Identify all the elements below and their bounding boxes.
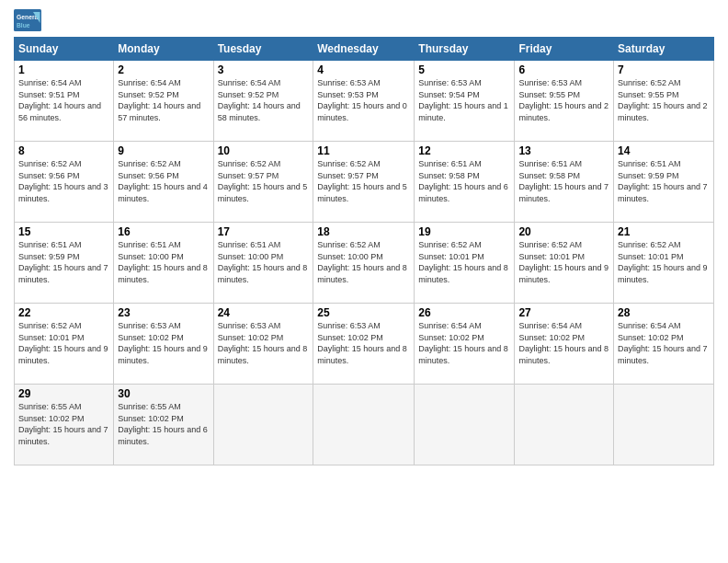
day-number: 9 — [118, 144, 209, 157]
day-info: Sunrise: 6:52 AMSunset: 9:56 PMDaylight:… — [118, 158, 209, 204]
day-number: 14 — [618, 144, 710, 157]
day-info: Sunrise: 6:52 AMSunset: 10:01 PMDaylight… — [518, 239, 609, 285]
day-info: Sunrise: 6:51 AMSunset: 9:58 PMDaylight:… — [518, 158, 609, 204]
calendar-day-7: 7 Sunrise: 6:52 AMSunset: 9:55 PMDayligh… — [614, 61, 714, 142]
empty-cell — [515, 385, 614, 465]
calendar-day-12: 12 Sunrise: 6:51 AMSunset: 9:58 PMDaylig… — [415, 142, 515, 223]
day-number: 22 — [18, 306, 109, 319]
calendar-day-13: 13 Sunrise: 6:51 AMSunset: 9:58 PMDaylig… — [515, 142, 614, 223]
calendar-day-16: 16 Sunrise: 6:51 AMSunset: 10:00 PMDayli… — [114, 223, 213, 304]
weekday-header-wednesday: Wednesday — [313, 38, 415, 61]
empty-cell — [213, 385, 313, 465]
calendar-day-22: 22 Sunrise: 6:52 AMSunset: 10:01 PMDayli… — [15, 304, 114, 385]
calendar-day-11: 11 Sunrise: 6:52 AMSunset: 9:57 PMDaylig… — [313, 142, 415, 223]
day-number: 13 — [518, 144, 609, 157]
day-info: Sunrise: 6:54 AMSunset: 10:02 PMDaylight… — [518, 320, 609, 366]
calendar-day-4: 4 Sunrise: 6:53 AMSunset: 9:53 PMDayligh… — [313, 61, 415, 142]
calendar-day-28: 28 Sunrise: 6:54 AMSunset: 10:02 PMDayli… — [614, 304, 714, 385]
day-info: Sunrise: 6:51 AMSunset: 10:00 PMDaylight… — [118, 239, 209, 285]
weekday-header-monday: Monday — [114, 38, 213, 61]
weekday-header-sunday: Sunday — [15, 38, 114, 61]
weekday-header-tuesday: Tuesday — [213, 38, 313, 61]
calendar-body: 1 Sunrise: 6:54 AMSunset: 9:51 PMDayligh… — [15, 61, 714, 465]
day-info: Sunrise: 6:51 AMSunset: 9:58 PMDaylight:… — [418, 158, 510, 204]
calendar-day-5: 5 Sunrise: 6:53 AMSunset: 9:54 PMDayligh… — [415, 61, 515, 142]
calendar-day-8: 8 Sunrise: 6:52 AMSunset: 9:56 PMDayligh… — [15, 142, 114, 223]
calendar-day-20: 20 Sunrise: 6:52 AMSunset: 10:01 PMDayli… — [515, 223, 614, 304]
day-number: 26 — [418, 306, 510, 319]
day-info: Sunrise: 6:53 AMSunset: 10:02 PMDaylight… — [218, 320, 310, 366]
day-number: 18 — [317, 225, 410, 238]
day-number: 2 — [118, 63, 209, 76]
day-number: 1 — [18, 63, 109, 76]
day-number: 27 — [518, 306, 609, 319]
calendar-day-15: 15 Sunrise: 6:51 AMSunset: 9:59 PMDaylig… — [15, 223, 114, 304]
day-info: Sunrise: 6:54 AMSunset: 9:52 PMDaylight:… — [118, 77, 209, 123]
day-info: Sunrise: 6:53 AMSunset: 9:55 PMDaylight:… — [518, 77, 609, 123]
logo-icon: General Blue — [14, 9, 41, 31]
empty-cell — [313, 385, 415, 465]
calendar-page: General Blue SundayMondayTuesdayWednesda… — [0, 0, 728, 563]
svg-text:Blue: Blue — [17, 22, 30, 29]
day-number: 19 — [418, 225, 510, 238]
day-number: 7 — [618, 63, 710, 76]
calendar-day-24: 24 Sunrise: 6:53 AMSunset: 10:02 PMDayli… — [213, 304, 313, 385]
day-info: Sunrise: 6:53 AMSunset: 10:02 PMDaylight… — [317, 320, 410, 366]
day-info: Sunrise: 6:54 AMSunset: 10:02 PMDaylight… — [618, 320, 710, 366]
calendar-day-19: 19 Sunrise: 6:52 AMSunset: 10:01 PMDayli… — [415, 223, 515, 304]
calendar-day-25: 25 Sunrise: 6:53 AMSunset: 10:02 PMDayli… — [313, 304, 415, 385]
day-number: 3 — [218, 63, 310, 76]
day-info: Sunrise: 6:52 AMSunset: 10:00 PMDaylight… — [317, 239, 410, 285]
day-info: Sunrise: 6:52 AMSunset: 9:57 PMDaylight:… — [317, 158, 410, 204]
day-number: 30 — [118, 387, 209, 400]
day-number: 21 — [618, 225, 710, 238]
day-number: 23 — [118, 306, 209, 319]
day-info: Sunrise: 6:53 AMSunset: 10:02 PMDaylight… — [118, 320, 209, 366]
day-number: 24 — [218, 306, 310, 319]
calendar-day-17: 17 Sunrise: 6:51 AMSunset: 10:00 PMDayli… — [213, 223, 313, 304]
calendar-day-26: 26 Sunrise: 6:54 AMSunset: 10:02 PMDayli… — [415, 304, 515, 385]
calendar-day-2: 2 Sunrise: 6:54 AMSunset: 9:52 PMDayligh… — [114, 61, 213, 142]
day-number: 29 — [18, 387, 109, 400]
calendar-day-23: 23 Sunrise: 6:53 AMSunset: 10:02 PMDayli… — [114, 304, 213, 385]
weekday-header-friday: Friday — [515, 38, 614, 61]
weekday-header-saturday: Saturday — [614, 38, 714, 61]
day-info: Sunrise: 6:53 AMSunset: 9:54 PMDaylight:… — [418, 77, 510, 123]
page-header: General Blue — [14, 9, 714, 31]
day-number: 5 — [418, 63, 510, 76]
day-info: Sunrise: 6:51 AMSunset: 9:59 PMDaylight:… — [618, 158, 710, 204]
day-number: 28 — [618, 306, 710, 319]
calendar-week-5: 29 Sunrise: 6:55 AMSunset: 10:02 PMDayli… — [15, 385, 714, 465]
calendar-day-27: 27 Sunrise: 6:54 AMSunset: 10:02 PMDayli… — [515, 304, 614, 385]
weekday-header-thursday: Thursday — [415, 38, 515, 61]
day-number: 6 — [518, 63, 609, 76]
day-info: Sunrise: 6:55 AMSunset: 10:02 PMDaylight… — [18, 401, 109, 447]
calendar-week-4: 22 Sunrise: 6:52 AMSunset: 10:01 PMDayli… — [15, 304, 714, 385]
calendar-day-10: 10 Sunrise: 6:52 AMSunset: 9:57 PMDaylig… — [213, 142, 313, 223]
day-info: Sunrise: 6:51 AMSunset: 10:00 PMDaylight… — [218, 239, 310, 285]
calendar-day-29: 29 Sunrise: 6:55 AMSunset: 10:02 PMDayli… — [15, 385, 114, 465]
day-number: 16 — [118, 225, 209, 238]
day-number: 12 — [418, 144, 510, 157]
day-info: Sunrise: 6:52 AMSunset: 9:57 PMDaylight:… — [218, 158, 310, 204]
weekday-header-row: SundayMondayTuesdayWednesdayThursdayFrid… — [15, 38, 714, 61]
calendar-week-1: 1 Sunrise: 6:54 AMSunset: 9:51 PMDayligh… — [15, 61, 714, 142]
day-info: Sunrise: 6:52 AMSunset: 10:01 PMDaylight… — [618, 239, 710, 285]
day-info: Sunrise: 6:52 AMSunset: 10:01 PMDaylight… — [18, 320, 109, 366]
day-info: Sunrise: 6:53 AMSunset: 9:53 PMDaylight:… — [317, 77, 410, 123]
day-number: 8 — [18, 144, 109, 157]
day-info: Sunrise: 6:54 AMSunset: 10:02 PMDaylight… — [418, 320, 510, 366]
day-info: Sunrise: 6:52 AMSunset: 9:56 PMDaylight:… — [18, 158, 109, 204]
empty-cell — [415, 385, 515, 465]
calendar-day-3: 3 Sunrise: 6:54 AMSunset: 9:52 PMDayligh… — [213, 61, 313, 142]
calendar-day-14: 14 Sunrise: 6:51 AMSunset: 9:59 PMDaylig… — [614, 142, 714, 223]
day-number: 11 — [317, 144, 410, 157]
day-number: 4 — [317, 63, 410, 76]
calendar-day-21: 21 Sunrise: 6:52 AMSunset: 10:01 PMDayli… — [614, 223, 714, 304]
logo: General Blue — [14, 9, 41, 31]
day-info: Sunrise: 6:54 AMSunset: 9:52 PMDaylight:… — [218, 77, 310, 123]
calendar-day-6: 6 Sunrise: 6:53 AMSunset: 9:55 PMDayligh… — [515, 61, 614, 142]
calendar-table: SundayMondayTuesdayWednesdayThursdayFrid… — [14, 37, 714, 465]
calendar-day-30: 30 Sunrise: 6:55 AMSunset: 10:02 PMDayli… — [114, 385, 213, 465]
day-number: 10 — [218, 144, 310, 157]
